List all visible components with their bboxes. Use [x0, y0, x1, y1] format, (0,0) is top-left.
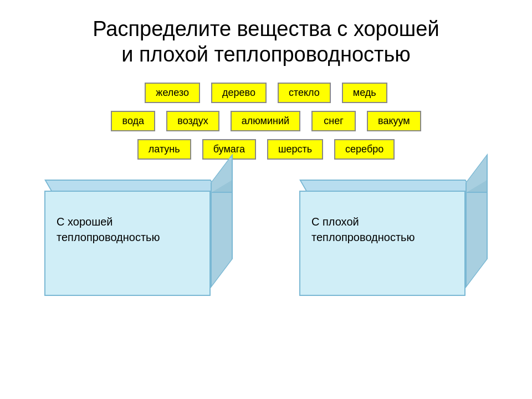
box-good-right: [211, 154, 233, 288]
word-chip-серебро[interactable]: серебро: [334, 139, 395, 160]
word-chip-шерсть[interactable]: шерсть: [267, 139, 323, 160]
words-area: железодеревостекломедь водавоздухалюмини…: [22, 83, 510, 160]
word-chip-медь[interactable]: медь: [342, 83, 387, 103]
word-row-3: латуньбумагашерстьсеребро: [22, 139, 510, 160]
word-chip-дерево[interactable]: дерево: [211, 83, 267, 103]
word-chip-снег[interactable]: снег: [311, 111, 356, 131]
box-bad-label: С плохойтеплопроводностью: [306, 208, 461, 250]
box-good-label: С хорошейтеплопроводностью: [51, 208, 206, 250]
word-chip-воздух[interactable]: воздух: [166, 111, 219, 131]
word-chip-вакуум[interactable]: вакуум: [367, 111, 421, 131]
box-bad[interactable]: С плохойтеплопроводностью: [299, 180, 488, 296]
word-chip-латунь[interactable]: латунь: [137, 139, 191, 160]
word-chip-бумага[interactable]: бумага: [202, 139, 256, 160]
page-title: Распределите вещества с хорошей и плохой…: [93, 17, 439, 67]
word-row-1: железодеревостекломедь: [22, 83, 510, 103]
boxes-area: С хорошейтеплопроводностью С плохойтепло…: [22, 180, 510, 296]
box-bad-right: [466, 154, 488, 288]
word-row-2: водавоздухалюминийснегвакуум: [22, 111, 510, 131]
word-chip-алюминий[interactable]: алюминий: [231, 111, 300, 131]
box-bad-front: С плохойтеплопроводностью: [299, 191, 466, 296]
word-chip-стекло[interactable]: стекло: [278, 83, 331, 103]
box-good-front: С хорошейтеплопроводностью: [44, 191, 211, 296]
word-chip-вода[interactable]: вода: [111, 111, 155, 131]
box-good[interactable]: С хорошейтеплопроводностью: [44, 180, 233, 296]
word-chip-железо[interactable]: железо: [145, 83, 200, 103]
